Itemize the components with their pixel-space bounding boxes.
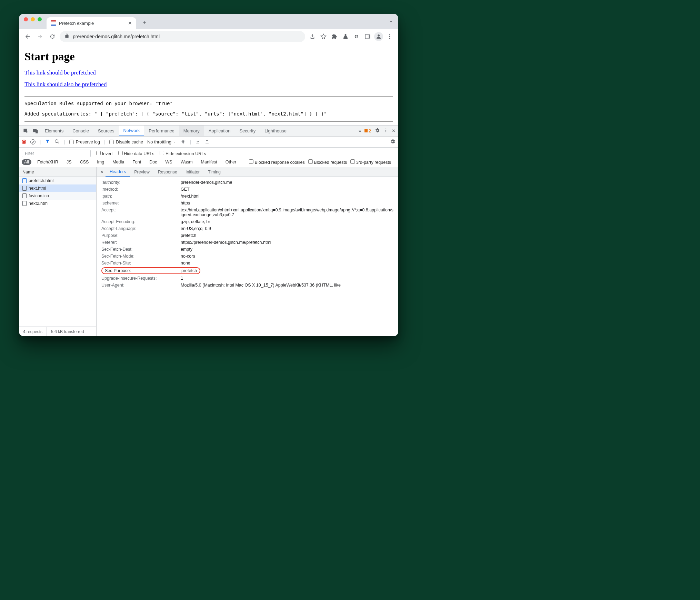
type-filter-manifest[interactable]: Manifest xyxy=(199,159,220,165)
request-row[interactable]: next.html xyxy=(19,184,96,192)
panel-tab-elements[interactable]: Elements xyxy=(40,126,68,136)
header-row: :authority:prerender-demos.glitch.me xyxy=(101,179,393,186)
forward-button[interactable] xyxy=(35,31,45,42)
bookmark-button[interactable] xyxy=(318,31,329,42)
request-row[interactable]: favicon.ico xyxy=(19,192,96,200)
browser-tab[interactable]: Prefetch example ✕ xyxy=(47,17,136,29)
header-key: Accept-Language: xyxy=(101,226,181,231)
type-filter-all[interactable]: All xyxy=(22,159,31,165)
panel-tab-network[interactable]: Network xyxy=(119,126,144,136)
search-button[interactable] xyxy=(54,139,60,145)
panel-tab-memory[interactable]: Memory xyxy=(179,126,204,136)
type-filter-doc[interactable]: Doc xyxy=(147,159,159,165)
type-filter-js[interactable]: JS xyxy=(64,159,74,165)
request-row[interactable]: prefetch.html xyxy=(19,177,96,184)
type-filter-css[interactable]: CSS xyxy=(78,159,91,165)
divider xyxy=(24,96,393,97)
close-window-button[interactable] xyxy=(24,17,28,21)
panel-tab-sources[interactable]: Sources xyxy=(93,126,119,136)
third-party-checkbox[interactable]: 3rd-party requests xyxy=(350,159,391,165)
type-filter-font[interactable]: Font xyxy=(130,159,143,165)
network-conditions-button[interactable] xyxy=(180,139,186,145)
type-filter-ws[interactable]: WS xyxy=(163,159,174,165)
close-tab-button[interactable]: ✕ xyxy=(128,20,132,26)
more-panels-button[interactable]: » xyxy=(359,128,361,133)
type-filter-media[interactable]: Media xyxy=(110,159,127,165)
tab-title: Prefetch example xyxy=(59,21,94,26)
request-row[interactable]: next2.html xyxy=(19,200,96,207)
devtools-settings-button[interactable] xyxy=(374,128,380,134)
panel-tab-application[interactable]: Application xyxy=(204,126,235,136)
element-picker-button[interactable] xyxy=(21,128,31,134)
header-row: :scheme:https xyxy=(101,200,393,207)
transfer-size: 5.6 kB transferred xyxy=(47,327,88,336)
warnings-badge[interactable]: 2 xyxy=(364,129,371,133)
detail-tab-headers[interactable]: Headers xyxy=(106,167,130,177)
panel-tab-lighthouse[interactable]: Lighthouse xyxy=(260,126,291,136)
new-tab-button[interactable]: ＋ xyxy=(140,17,149,27)
network-settings-button[interactable] xyxy=(390,139,396,145)
request-list-header[interactable]: Name xyxy=(19,167,96,177)
throttling-select[interactable]: No throttling xyxy=(147,139,176,144)
google-button[interactable]: G xyxy=(351,31,362,42)
devtools-menu-button[interactable] xyxy=(383,128,388,134)
close-detail-button[interactable]: ✕ xyxy=(98,169,106,174)
tab-overflow-button[interactable] xyxy=(389,19,393,26)
record-button[interactable] xyxy=(22,140,26,144)
menu-button[interactable] xyxy=(384,31,395,42)
header-key: :authority: xyxy=(101,180,181,185)
type-filter-other[interactable]: Other xyxy=(223,159,239,165)
labs-button[interactable] xyxy=(340,31,351,42)
hide-extension-urls-checkbox[interactable]: Hide extension URLs xyxy=(160,151,206,156)
invert-checkbox[interactable]: Invert xyxy=(96,151,113,156)
hide-data-urls-checkbox[interactable]: Hide data URLs xyxy=(118,151,154,156)
detail-tab-initiator[interactable]: Initiator xyxy=(181,167,204,177)
address-bar[interactable]: prerender-demos.glitch.me/prefetch.html xyxy=(60,31,305,42)
export-har-button[interactable] xyxy=(204,139,210,145)
disable-cache-checkbox[interactable]: Disable cache xyxy=(109,140,143,144)
detail-tab-preview[interactable]: Preview xyxy=(130,167,153,177)
header-value: https://prerender-demos.glitch.me/prefet… xyxy=(181,240,393,245)
device-toggle-button[interactable] xyxy=(31,128,40,134)
import-har-button[interactable] xyxy=(195,139,200,145)
request-name: prefetch.html xyxy=(29,178,53,183)
prefetch-link-1[interactable]: This link should be prefetched xyxy=(24,69,96,76)
panel-tab-security[interactable]: Security xyxy=(235,126,260,136)
header-row: Sec-Fetch-Dest:empty xyxy=(101,246,393,253)
svg-point-8 xyxy=(386,131,386,132)
header-value: prefetch xyxy=(181,233,393,238)
devtools-close-button[interactable]: ✕ xyxy=(392,128,396,133)
page-heading: Start page xyxy=(24,50,393,63)
header-value: gzip, deflate, br xyxy=(181,219,393,224)
preserve-log-checkbox[interactable]: Preserve log xyxy=(69,140,100,144)
header-value: prerender-demos.glitch.me xyxy=(181,180,393,185)
request-detail: ✕ HeadersPreviewResponseInitiatorTiming … xyxy=(97,167,398,336)
highlighted-header: Sec-Purpose:prefetch xyxy=(101,267,200,274)
detail-tab-response[interactable]: Response xyxy=(154,167,181,177)
profile-button[interactable] xyxy=(373,31,384,42)
extensions-button[interactable] xyxy=(329,31,340,42)
filter-toggle-button[interactable] xyxy=(45,139,50,145)
detail-tab-timing[interactable]: Timing xyxy=(204,167,225,177)
back-button[interactable] xyxy=(22,31,33,42)
request-list: Name prefetch.htmlnext.htmlfavicon.icone… xyxy=(19,167,97,336)
avatar-icon xyxy=(374,32,383,41)
clear-button[interactable] xyxy=(30,139,36,144)
filter-input[interactable]: Filter xyxy=(22,150,91,157)
blocked-requests-checkbox[interactable]: Blocked requests xyxy=(308,159,347,165)
prefetch-link-2[interactable]: This link should also be prefetched xyxy=(24,81,107,88)
network-status-bar: 4 requests 5.6 kB transferred xyxy=(19,327,96,336)
type-filter-fetchxhr[interactable]: Fetch/XHR xyxy=(35,159,61,165)
side-panel-button[interactable] xyxy=(362,31,373,42)
panel-tab-console[interactable]: Console xyxy=(68,126,93,136)
share-button[interactable] xyxy=(307,31,318,42)
maximize-window-button[interactable] xyxy=(38,17,42,21)
panel-tab-performance[interactable]: Performance xyxy=(144,126,179,136)
reload-button[interactable] xyxy=(47,31,58,42)
divider xyxy=(24,121,393,122)
type-filter-img[interactable]: Img xyxy=(94,159,107,165)
blocked-cookies-checkbox[interactable]: Blocked response cookies xyxy=(249,159,305,165)
type-filter-wasm[interactable]: Wasm xyxy=(178,159,195,165)
header-row: Accept-Encoding:gzip, deflate, br xyxy=(101,218,393,225)
minimize-window-button[interactable] xyxy=(31,17,35,21)
